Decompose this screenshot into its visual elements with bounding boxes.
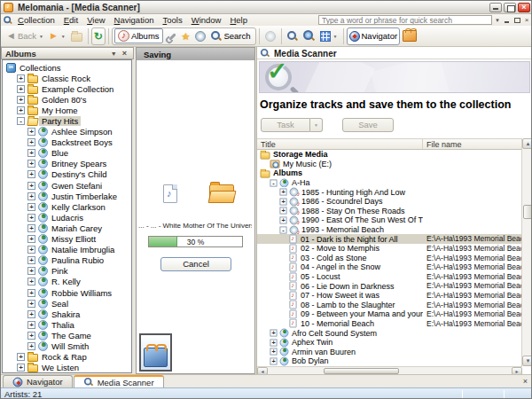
- menu-item-collection[interactable]: Collection: [13, 15, 59, 25]
- restore-button[interactable]: [504, 3, 516, 12]
- tabbar-close-icon[interactable]: ×: [520, 377, 531, 386]
- expand-icon[interactable]: [17, 364, 25, 372]
- expand-icon[interactable]: [279, 207, 286, 215]
- sidebar-tree-item-mariah-carey[interactable]: Mariah Carey: [3, 223, 131, 233]
- expand-icon[interactable]: [27, 203, 35, 211]
- menu-item-help[interactable]: Help: [225, 15, 252, 25]
- sidebar-tree-item-thalia[interactable]: Thalia: [3, 319, 131, 330]
- vertical-scroll-thumb[interactable]: [523, 205, 532, 219]
- scanner-tree-item-02-move-to-memphis[interactable]: 02 - Move to MemphisE:\A-Ha\1993 Memoria…: [257, 244, 522, 254]
- sidebar-tree-item-blue[interactable]: Blue: [3, 148, 131, 159]
- forward-button[interactable]: ► ▼: [46, 30, 68, 42]
- collapse-icon[interactable]: [17, 117, 25, 125]
- sidebar-tree-item-ludacris[interactable]: Ludacris: [3, 212, 131, 223]
- sidebar-dropdown-icon[interactable]: ▼: [108, 51, 120, 57]
- expand-icon[interactable]: [27, 267, 35, 275]
- scanner-tree-item-storage-media[interactable]: Storage Media: [257, 150, 522, 160]
- menu-item-edit[interactable]: Edit: [59, 15, 82, 25]
- expand-icon[interactable]: [27, 128, 35, 136]
- sidebar-tree-item-seal[interactable]: Seal: [3, 298, 131, 309]
- scanner-tree-item-07-how-sweet-it-was[interactable]: 07 - How Sweet it wasE:\A-Ha\1993 Memori…: [257, 291, 522, 301]
- expand-icon[interactable]: [27, 246, 35, 254]
- scanner-tree-item-afro-celt-sound-system[interactable]: Afro Celt Sound System: [257, 328, 522, 338]
- tab-navigator[interactable]: Navigator: [3, 375, 73, 387]
- scanner-tree-item-1986-scoundrel-days[interactable]: 1986 - Scoundrel Days: [257, 197, 522, 207]
- scanner-tree-item-1990-east-of-the-sun-west-of-the-mo[interactable]: 1990 - East Of The Sun West Of The Mo: [257, 215, 522, 225]
- save-button[interactable]: Save: [342, 118, 394, 132]
- expand-icon[interactable]: [17, 74, 25, 82]
- scanner-tree-item-08-lamb-to-the-slaughter[interactable]: 08 - Lamb to the SlaughterE:\A-Ha\1993 M…: [257, 301, 522, 310]
- sidebar-tree-item-backstreet-boys[interactable]: Backstreet Boys: [3, 137, 131, 148]
- expand-icon[interactable]: [27, 224, 35, 232]
- vertical-scrollbar[interactable]: ▲ ▼: [521, 138, 532, 366]
- expand-icon[interactable]: [279, 189, 286, 196]
- sidebar-tree-item-we-listen[interactable]: We Listen: [3, 363, 131, 373]
- expand-icon[interactable]: [17, 96, 25, 104]
- sidebar-tree-item-classic-rock[interactable]: Classic Rock: [3, 73, 131, 83]
- expand-icon[interactable]: [27, 310, 35, 318]
- media-scanner-window-icon[interactable]: [4, 16, 12, 25]
- cancel-button[interactable]: Cancel: [160, 257, 231, 271]
- sidebar-tree-item-will-smith[interactable]: Will Smith: [3, 340, 131, 351]
- expand-icon[interactable]: [270, 348, 277, 356]
- burn-cd-button[interactable]: [262, 30, 278, 43]
- sidebar-tree-item-paulina-rubio[interactable]: Paulina Rubio: [3, 255, 131, 266]
- sidebar-tree-item-missy-elliott[interactable]: Missy Elliott: [3, 234, 131, 245]
- horizontal-scrollbar[interactable]: ◄ ►: [257, 366, 522, 374]
- expand-icon[interactable]: [27, 138, 35, 146]
- sidebar-tree-item-my-home[interactable]: My Home: [3, 105, 131, 115]
- expand-icon[interactable]: [270, 330, 277, 337]
- task-button[interactable]: Task: [261, 118, 310, 132]
- menu-item-tools[interactable]: Tools: [158, 15, 186, 25]
- menu-item-navigation[interactable]: Navigation: [110, 15, 159, 25]
- sidebar-tree-item-gwen-stefani[interactable]: Gwen Stefani: [3, 180, 131, 191]
- scanner-tree-item-albums[interactable]: Albums: [257, 168, 522, 178]
- scanner-tree-item-06-lie-down-in-darkness[interactable]: 06 - Lie Down in DarknessE:\A-Ha\1993 Me…: [257, 281, 522, 291]
- view-mode-dropdown-icon[interactable]: ▼: [333, 34, 338, 39]
- quick-search-input[interactable]: [319, 16, 491, 24]
- search-dropdown-icon[interactable]: ▼: [493, 16, 502, 25]
- sidebar-tree-item-robbie-williams[interactable]: Robbie Williams: [3, 287, 131, 298]
- expand-icon[interactable]: [270, 339, 277, 346]
- expand-icon[interactable]: [27, 321, 35, 329]
- scanner-tree-item-a-ha[interactable]: A-Ha: [257, 178, 522, 188]
- cd-button[interactable]: [192, 30, 208, 43]
- expand-icon[interactable]: [27, 235, 35, 243]
- sidebar-tree-item-pink[interactable]: Pink: [3, 266, 131, 277]
- expand-icon[interactable]: [27, 182, 35, 190]
- scroll-up-icon[interactable]: ▲: [522, 138, 532, 149]
- sidebar-tree-item-ashlee-simpson[interactable]: Ashlee Simpson: [3, 127, 131, 137]
- horizontal-scroll-thumb[interactable]: [324, 368, 399, 374]
- expand-icon[interactable]: [17, 106, 25, 114]
- scanner-tree-item-03-cold-as-stone[interactable]: 03 - Cold as StoneE:\A-Ha\1993 Memorial …: [257, 254, 522, 263]
- menu-item-window[interactable]: Window: [187, 15, 226, 25]
- collapse-icon[interactable]: [270, 179, 277, 186]
- close-button[interactable]: ×: [518, 3, 530, 12]
- sidebar-tree-item-justin-timberlake[interactable]: Justin Timberlake: [3, 191, 131, 201]
- minimize-button[interactable]: [489, 3, 502, 12]
- expand-icon[interactable]: [27, 332, 35, 340]
- task-dropdown-icon[interactable]: ▼: [310, 118, 323, 132]
- sidebar-tree-item-shakira[interactable]: Shakira: [3, 309, 131, 319]
- scanner-tree-item-aphex-twin[interactable]: Aphex Twin: [257, 338, 522, 348]
- navigator-button[interactable]: Navigator: [347, 27, 401, 45]
- scanner-tree-item-01-dark-is-the-night-for-all[interactable]: 01 - Dark is the Night for AllE:\A-Ha\19…: [257, 234, 522, 244]
- expand-icon[interactable]: [27, 170, 35, 178]
- mdi-minimize-icon[interactable]: [503, 16, 512, 25]
- sidebar-tree-item-example-collection[interactable]: Example Collection: [3, 83, 131, 94]
- column-title[interactable]: Title: [257, 139, 423, 149]
- sidebar-close-icon[interactable]: ×: [120, 49, 129, 58]
- back-button[interactable]: ◄ Back ▼: [4, 30, 46, 42]
- sidebar-tree-item-party-hits[interactable]: Party Hits: [3, 115, 131, 126]
- collapse-icon[interactable]: [279, 226, 286, 233]
- expand-icon[interactable]: [279, 198, 286, 205]
- quick-search-box[interactable]: [318, 15, 492, 25]
- expand-icon[interactable]: [27, 192, 35, 200]
- expand-icon[interactable]: [27, 342, 35, 350]
- expand-icon[interactable]: [27, 278, 35, 286]
- view-mode-button[interactable]: ▼: [317, 30, 340, 43]
- sidebar-tree-item-the-game[interactable]: The Game: [3, 330, 131, 340]
- scanner-tree-item-armin-van-buuren[interactable]: Armin van Buuren: [257, 347, 522, 356]
- mdi-restore-icon[interactable]: [512, 16, 521, 25]
- scanner-tree-item-1988-stay-on-these-roads[interactable]: 1988 - Stay On These Roads: [257, 207, 522, 216]
